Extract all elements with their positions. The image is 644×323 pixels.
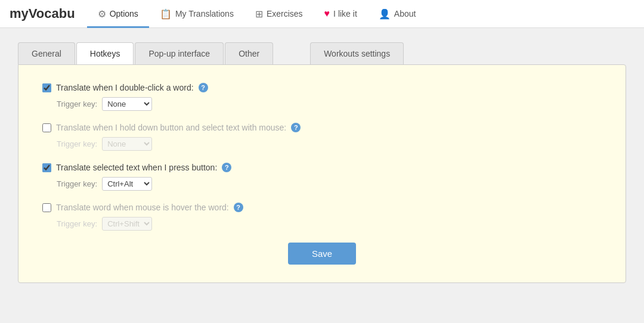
option4-trigger-select[interactable]: None Alt Ctrl Shift Ctrl+Alt Ctrl+Shift xyxy=(102,217,152,231)
option4-row: Translate word when mouse is hover the w… xyxy=(42,203,602,231)
nav-item-i-like-it[interactable]: ♥ I like it xyxy=(314,0,368,28)
save-wrap: Save xyxy=(42,243,602,265)
nav-i-like-it-label: I like it xyxy=(333,9,357,18)
option2-row: Translate when I hold down button and se… xyxy=(42,123,602,151)
option3-checkbox[interactable] xyxy=(42,163,51,172)
navbar: myVocabu Options 📋 My Translations ⊞ Exe… xyxy=(0,0,644,28)
option2-help-icon[interactable]: ? xyxy=(291,123,301,132)
tab-popup-interface[interactable]: Pop-up interface xyxy=(135,42,224,64)
option4-label: Translate word when mouse is hover the w… xyxy=(56,203,229,212)
option1-help-icon[interactable]: ? xyxy=(199,83,208,92)
option4-help-icon[interactable]: ? xyxy=(234,203,243,212)
nav-item-my-translations[interactable]: 📋 My Translations xyxy=(149,0,244,28)
tab-workouts-settings[interactable]: Workouts settings xyxy=(310,42,404,64)
tab-general[interactable]: General xyxy=(18,42,75,64)
option1-checkbox[interactable] xyxy=(42,83,51,92)
option3-trigger-select[interactable]: None Alt Ctrl Shift Ctrl+Alt Ctrl+Shift xyxy=(102,177,152,191)
brand-logo[interactable]: myVocabu xyxy=(10,6,75,21)
option3-line: Translate selected text when I press but… xyxy=(42,163,602,172)
main-content: General Hotkeys Pop-up interface Other W… xyxy=(0,28,644,297)
settings-panel: Translate when I double-click a word: ? … xyxy=(18,64,626,283)
person-icon: 👤 xyxy=(379,8,391,20)
option3-label: Translate selected text when I press but… xyxy=(56,163,217,172)
option4-trigger-line: Trigger key: None Alt Ctrl Shift Ctrl+Al… xyxy=(57,217,602,231)
nav-about-label: About xyxy=(394,9,416,18)
heart-icon: ♥ xyxy=(324,8,330,19)
option3-trigger-label: Trigger key: xyxy=(57,179,97,188)
option4-trigger-label: Trigger key: xyxy=(57,219,97,228)
nav-exercises-label: Exercises xyxy=(267,9,303,18)
option2-trigger-select[interactable]: None Alt Ctrl Shift Ctrl+Alt Ctrl+Shift xyxy=(102,137,152,151)
option4-checkbox[interactable] xyxy=(42,203,51,212)
tab-hotkeys[interactable]: Hotkeys xyxy=(76,42,134,64)
option1-label: Translate when I double-click a word: xyxy=(56,83,194,92)
option2-checkbox[interactable] xyxy=(42,123,51,132)
tab-bar: General Hotkeys Pop-up interface Other W… xyxy=(18,42,626,64)
nav-item-about[interactable]: 👤 About xyxy=(368,0,427,28)
nav-my-translations-label: My Translations xyxy=(175,9,234,18)
option1-line: Translate when I double-click a word: ? xyxy=(42,83,602,92)
option2-trigger-label: Trigger key: xyxy=(57,139,97,148)
option3-row: Translate selected text when I press but… xyxy=(42,163,602,191)
option2-label: Translate when I hold down button and se… xyxy=(56,123,286,132)
option2-line: Translate when I hold down button and se… xyxy=(42,123,602,132)
option1-row: Translate when I double-click a word: ? … xyxy=(42,83,602,111)
nav-options-label: Options xyxy=(110,9,138,18)
option1-trigger-label: Trigger key: xyxy=(57,100,97,108)
option3-trigger-line: Trigger key: None Alt Ctrl Shift Ctrl+Al… xyxy=(57,177,602,191)
option1-trigger-line: Trigger key: None Alt Ctrl Shift Ctrl+Al… xyxy=(57,97,602,111)
grid-icon: ⊞ xyxy=(255,8,263,20)
option2-trigger-line: Trigger key: None Alt Ctrl Shift Ctrl+Al… xyxy=(57,137,602,151)
option1-trigger-select[interactable]: None Alt Ctrl Shift Ctrl+Alt Ctrl+Shift xyxy=(102,97,152,111)
option4-line: Translate word when mouse is hover the w… xyxy=(42,203,602,212)
option3-help-icon[interactable]: ? xyxy=(222,163,231,172)
nav-item-options[interactable]: Options xyxy=(87,0,149,28)
gear-icon xyxy=(98,8,106,20)
nav-item-exercises[interactable]: ⊞ Exercises xyxy=(244,0,314,28)
save-button[interactable]: Save xyxy=(288,243,356,265)
book-icon: 📋 xyxy=(160,8,172,20)
tab-other[interactable]: Other xyxy=(225,42,273,64)
